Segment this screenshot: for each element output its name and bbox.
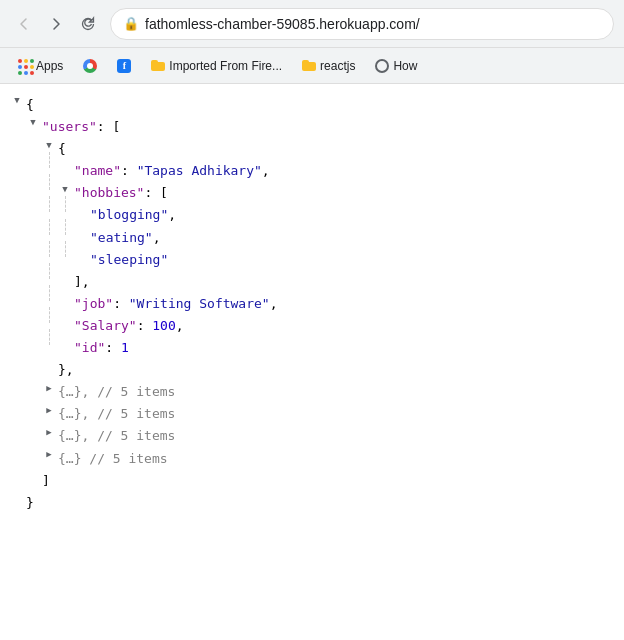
globe-icon [375,59,389,73]
hobby1-line: "blogging" , [10,204,624,226]
collapsed1: {…}, [58,381,89,403]
collapsed2: {…}, [58,403,89,425]
reload-button[interactable] [74,10,102,38]
apps-grid-icon [18,59,32,73]
root-toggle[interactable] [10,94,24,108]
bookmark-chromium[interactable] [75,56,105,76]
reactjs-label: reactjs [320,59,355,73]
hobbies-line: "hobbies" : [ [10,182,624,204]
users-key: "users" [42,116,97,138]
users-toggle[interactable] [26,116,40,130]
collapsed2-toggle[interactable] [42,403,56,417]
hobby2-val: "eating" [90,227,153,249]
folder-icon [151,60,165,71]
hobby1-val: "blogging" [90,204,168,226]
id-val: 1 [121,337,129,359]
bookmarks-bar: Apps f Imported From Fire... reactjs How [0,48,624,84]
id-line: "id" : 1 [10,337,624,359]
bookmark-how[interactable]: How [367,56,425,76]
browser-toolbar: 🔒 fathomless-chamber-59085.herokuapp.com… [0,0,624,48]
users-line: "users" : [ [10,116,624,138]
collapsed3-line: {…}, // 5 items [10,425,624,447]
salary-val: 100 [152,315,175,337]
bookmark-facebook[interactable]: f [109,56,139,76]
first-item-open: { [10,138,624,160]
bookmark-imported[interactable]: Imported From Fire... [143,56,290,76]
folder-icon-2 [302,60,316,71]
address-bar[interactable]: 🔒 fathomless-chamber-59085.herokuapp.com… [110,8,614,40]
lock-icon: 🔒 [123,16,139,31]
hobbies-close-line: ], [10,271,624,293]
nav-buttons [10,10,102,38]
collapsed1-line: {…}, // 5 items [10,381,624,403]
name-key: "name" [74,160,121,182]
hobby3-val: "sleeping" [90,249,168,271]
first-item-toggle[interactable] [42,138,56,152]
hobbies-toggle[interactable] [58,182,72,196]
collapsed4: {…} [58,448,81,470]
bookmark-apps[interactable]: Apps [10,56,71,76]
url-text: fathomless-chamber-59085.herokuapp.com/ [145,16,601,32]
how-label: How [393,59,417,73]
collapsed2-line: {…}, // 5 items [10,403,624,425]
first-item-close: }, [10,359,624,381]
collapsed4-line: {…} // 5 items [10,448,624,470]
back-button[interactable] [10,10,38,38]
collapsed1-toggle[interactable] [42,381,56,395]
id-key: "id" [74,337,105,359]
collapsed1-comment: // 5 items [97,381,175,403]
job-key: "job" [74,293,113,315]
collapsed3: {…}, [58,425,89,447]
collapsed3-comment: // 5 items [97,425,175,447]
apps-label: Apps [36,59,63,73]
salary-key: "Salary" [74,315,137,337]
job-line: "job" : "Writing Software" , [10,293,624,315]
salary-line: "Salary" : 100 , [10,315,624,337]
collapsed3-toggle[interactable] [42,425,56,439]
chromium-icon [83,59,97,73]
root-open: { [10,94,624,116]
hobby2-line: "eating" , [10,227,624,249]
root-close-line: } [10,492,624,514]
imported-label: Imported From Fire... [169,59,282,73]
collapsed4-comment: // 5 items [89,448,167,470]
collapsed4-toggle[interactable] [42,448,56,462]
job-val: "Writing Software" [129,293,270,315]
json-viewer: { "users" : [ { "name" : "Tapas Adhikary… [0,84,624,640]
users-close-line: ] [10,470,624,492]
name-val: "Tapas Adhikary" [137,160,262,182]
hobbies-key: "hobbies" [74,182,144,204]
bookmark-reactjs[interactable]: reactjs [294,56,363,76]
facebook-icon: f [117,59,131,73]
name-line: "name" : "Tapas Adhikary" , [10,160,624,182]
hobby3-line: "sleeping" [10,249,624,271]
collapsed2-comment: // 5 items [97,403,175,425]
forward-button[interactable] [42,10,70,38]
